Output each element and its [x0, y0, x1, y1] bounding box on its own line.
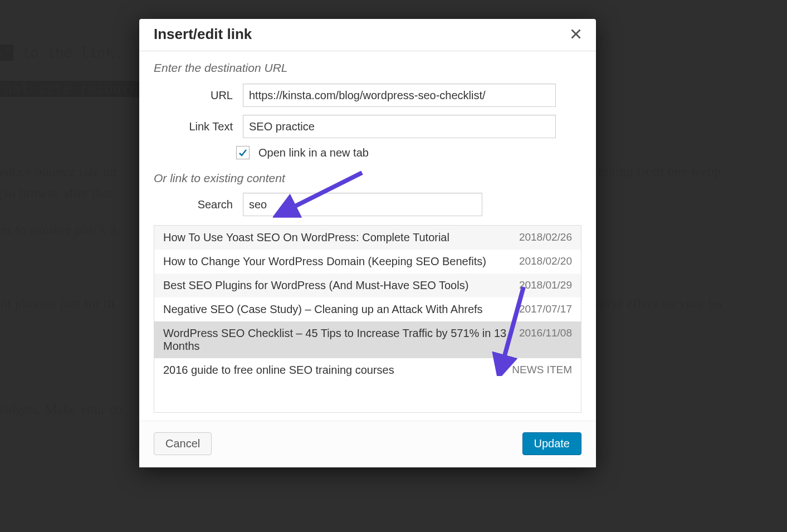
link-text-input[interactable] — [243, 115, 556, 138]
dialog-header: Insert/edit link — [139, 19, 596, 51]
update-button[interactable]: Update — [522, 432, 582, 455]
result-title: How to Change Your WordPress Domain (Kee… — [163, 255, 519, 268]
close-icon[interactable] — [570, 27, 581, 42]
result-title: How To Use Yoast SEO On WordPress: Compl… — [163, 231, 519, 244]
dialog-title: Insert/edit link — [154, 26, 252, 43]
section-label-existing: Or link to existing content — [154, 172, 581, 185]
link-text-label: Link Text — [154, 120, 243, 133]
cancel-button[interactable]: Cancel — [154, 432, 212, 455]
new-tab-checkbox[interactable] — [236, 146, 250, 159]
search-result-item[interactable]: How to Change Your WordPress Domain (Kee… — [154, 250, 581, 274]
search-result-item[interactable]: Best SEO Plugins for WordPress (And Must… — [154, 274, 581, 297]
result-meta: 2018/01/29 — [519, 279, 572, 291]
result-title: Negative SEO (Case Study) – Cleaning up … — [163, 303, 519, 316]
search-result-item[interactable]: How To Use Yoast SEO On WordPress: Compl… — [154, 226, 581, 250]
result-title: Best SEO Plugins for WordPress (And Must… — [163, 279, 519, 292]
search-result-item[interactable]: WordPress SEO Checklist – 45 Tips to Inc… — [154, 321, 581, 358]
result-meta: 2017/07/17 — [519, 303, 572, 315]
result-title: 2016 guide to free online SEO training c… — [163, 364, 512, 377]
insert-link-dialog: Insert/edit link Enter the destination U… — [139, 19, 596, 467]
url-row: URL — [154, 84, 581, 107]
new-tab-label: Open link in a new tab — [258, 147, 369, 159]
result-meta: 2018/02/26 — [519, 231, 572, 243]
new-tab-row: Open link in a new tab — [236, 146, 581, 159]
search-row: Search — [154, 193, 581, 216]
result-meta: 2016/11/08 — [519, 327, 572, 339]
search-result-item[interactable]: Negative SEO (Case Study) – Cleaning up … — [154, 297, 581, 321]
result-meta: 2018/02/20 — [519, 255, 572, 267]
link-text-row: Link Text — [154, 115, 581, 138]
result-title: WordPress SEO Checklist – 45 Tips to Inc… — [163, 327, 519, 353]
search-result-item[interactable]: 2016 guide to free online SEO training c… — [154, 358, 581, 382]
result-meta: NEWS ITEM — [512, 364, 572, 376]
dialog-footer: Cancel Update — [139, 421, 596, 467]
url-label: URL — [154, 89, 243, 102]
section-label-destination: Enter the destination URL — [154, 61, 581, 75]
url-input[interactable] — [243, 84, 556, 107]
search-results[interactable]: How To Use Yoast SEO On WordPress: Compl… — [154, 225, 581, 413]
search-label: Search — [154, 198, 243, 211]
dialog-body: Enter the destination URL URL Link Text … — [139, 51, 596, 413]
search-input[interactable] — [243, 193, 482, 216]
